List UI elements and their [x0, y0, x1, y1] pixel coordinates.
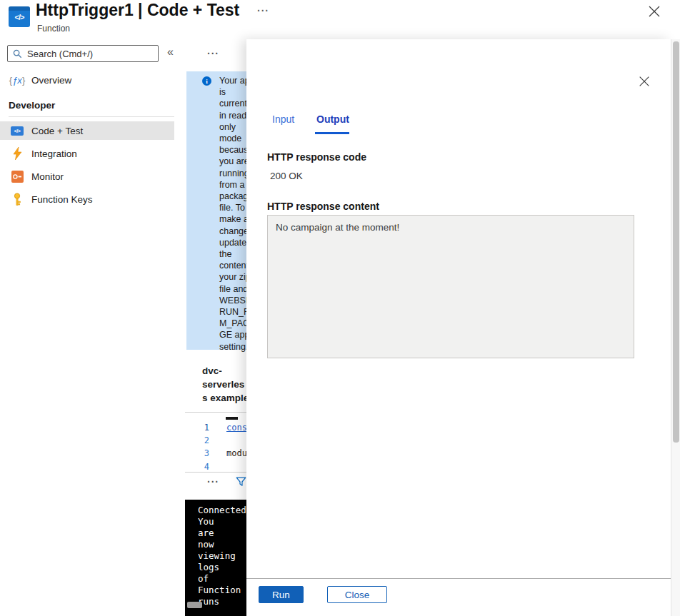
- console-scrollbar-thumb[interactable]: [187, 602, 202, 608]
- lightning-bolt-icon: [10, 147, 24, 160]
- filter-funnel-icon[interactable]: [236, 477, 246, 490]
- log-console-text: Connected! You are now viewing logs of F…: [198, 505, 251, 607]
- page-title: HttpTrigger1 | Code + Test: [36, 1, 239, 20]
- http-response-content-box[interactable]: No campaign at the moment!: [267, 215, 634, 358]
- page-scrollbar[interactable]: [671, 39, 680, 616]
- sidebar-section-developer: Developer: [9, 100, 55, 111]
- run-button[interactable]: Run: [259, 586, 304, 603]
- http-response-content-label: HTTP response content: [267, 201, 379, 212]
- sidebar-item-label: Code + Test: [31, 126, 83, 136]
- search-icon: [13, 49, 22, 59]
- blade-close-icon[interactable]: [647, 4, 663, 20]
- editor-divider-bottom: [185, 472, 246, 473]
- function-app-icon: </>: [9, 6, 30, 27]
- readonly-info-banner: i Your app is currently in read only mod…: [186, 71, 246, 350]
- line-number: 1: [185, 423, 209, 433]
- page-scrollbar-thumb[interactable]: [673, 41, 679, 443]
- panel-close-icon[interactable]: [638, 75, 652, 89]
- monitor-icon: [10, 171, 24, 183]
- editor-cursor-bar: [226, 417, 238, 420]
- code-line: 1 const: [185, 421, 246, 434]
- sidebar-item-label: Function Keys: [31, 194, 93, 205]
- sidebar-item-overview[interactable]: {ƒx} Overview: [0, 71, 174, 89]
- info-icon: i: [202, 76, 211, 86]
- search-input-wrapper: [7, 45, 159, 62]
- tab-output[interactable]: Output: [316, 113, 349, 125]
- sidebar-item-label: Monitor: [31, 171, 64, 182]
- code-line: 4: [185, 460, 246, 472]
- active-tab-underline: [315, 132, 349, 134]
- code-test-pane: ··· i Your app is currently in read only…: [185, 39, 246, 616]
- line-number: 4: [185, 462, 209, 472]
- log-console: Connected! You are now viewing logs of F…: [185, 500, 246, 616]
- function-app-icon-bar: [9, 6, 30, 11]
- azure-function-code-test-blade: </> HttpTrigger1 | Code + Test Function …: [0, 0, 680, 616]
- sidebar-item-integration[interactable]: Integration: [0, 144, 174, 163]
- code-editor[interactable]: 1 const 2 3 module 4: [185, 416, 246, 472]
- code-text: const: [226, 423, 246, 433]
- logs-toolbar-more-icon[interactable]: ···: [207, 476, 219, 488]
- code-test-icon: </>: [10, 126, 24, 136]
- key-icon: [10, 193, 24, 206]
- line-number: 3: [185, 448, 209, 458]
- http-response-code-value: 200 OK: [270, 171, 303, 181]
- header-more-icon[interactable]: ···: [257, 5, 269, 16]
- code-text: module: [226, 448, 246, 458]
- sidebar-item-code-test[interactable]: </> Code + Test: [0, 121, 174, 140]
- overview-icon: {ƒx}: [10, 75, 24, 86]
- collapse-sidebar-icon[interactable]: «: [167, 46, 174, 59]
- app-name-text: dvc-serverless example: [202, 364, 249, 405]
- test-output-panel: Input Output HTTP response code 200 OK H…: [246, 39, 671, 616]
- code-line: 3 module: [185, 447, 246, 460]
- http-response-code-label: HTTP response code: [267, 151, 366, 163]
- line-number: 2: [185, 435, 209, 445]
- panel-footer-divider: [246, 578, 671, 579]
- page-subtitle: Function: [37, 24, 70, 34]
- sidebar-item-function-keys[interactable]: Function Keys: [0, 190, 174, 208]
- sidebar-item-label: Overview: [31, 75, 71, 86]
- editor-divider-top: [185, 412, 246, 413]
- search-input[interactable]: [26, 48, 158, 60]
- sidebar-divider: [9, 116, 174, 117]
- sidebar-item-label: Integration: [31, 148, 77, 159]
- sidebar-item-monitor[interactable]: Monitor: [0, 167, 174, 186]
- close-button[interactable]: Close: [327, 586, 387, 603]
- tab-input[interactable]: Input: [272, 113, 294, 125]
- code-line: 2: [185, 434, 246, 447]
- editor-toolbar-more-icon[interactable]: ···: [207, 48, 219, 59]
